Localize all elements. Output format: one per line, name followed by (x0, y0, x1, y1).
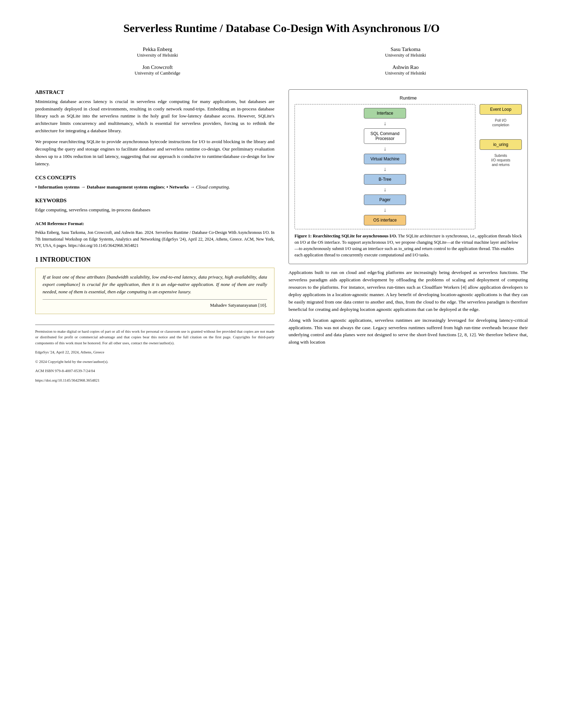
arrow-4: ↓ (384, 187, 386, 192)
footer-copyright: © 2024 Copyright held by the owner/autho… (35, 359, 274, 365)
quote-text: If at least one of these attributes [ban… (43, 274, 267, 296)
introduction-section: 1 INTRODUCTION If at least one of these … (35, 256, 274, 314)
pager-box: Pager (364, 194, 406, 205)
right-inner: Event Loop Poll I/Ocompletion io_uring S… (480, 104, 522, 167)
footer-conf: EdgeSys '24, April 22, 2024, Athens, Gre… (35, 349, 274, 355)
author-2: Sasu Tarkoma University of Helsinki (283, 46, 528, 58)
sql-command-box: SQL CommandProcessor (364, 128, 406, 144)
author-2-name: Sasu Tarkoma (283, 46, 528, 52)
poll-label: Poll I/Ocompletion (492, 118, 509, 127)
author-3-affil: University of Cambridge (35, 70, 280, 76)
arrow-5: ↓ (384, 207, 386, 213)
left-column: ABSTRACT Minimizing database access late… (35, 89, 274, 387)
fig-caption-bold: Figure 1: Rearchitecting SQLite for asyn… (295, 234, 397, 238)
poll-label-container: Poll I/Ocompletion (492, 118, 509, 127)
figure-1-box: Runtime Interface ↓ SQL CommandProcessor (289, 89, 528, 264)
figure-left-stack: Interface ↓ SQL CommandProcessor ↓ Virtu… (295, 104, 475, 229)
paper-title: Serverless Runtime / Database Co-Design … (35, 21, 528, 36)
right-column: Runtime Interface ↓ SQL CommandProcessor (289, 89, 528, 387)
quote-box: If at least one of these attributes [ban… (35, 268, 274, 314)
footer-isbn: ACM ISBN 979-8-4007-0539-7/24/04 (35, 368, 274, 374)
os-interface-box: OS interface (364, 215, 406, 225)
interface-box: Interface (364, 108, 406, 119)
submit-label-container: SubmitsI/O requestsand returns (491, 153, 510, 167)
author-1-affil: University of Helsinki (35, 52, 280, 58)
arrow-3: ↓ (384, 166, 386, 172)
runtime-label: Runtime (295, 95, 522, 101)
keywords-title: KEYWORDS (35, 198, 274, 204)
quote-author: Mahadev Satyanarayanan [10]. (43, 302, 267, 308)
figure-right-stack: Event Loop Poll I/Ocompletion io_uring S… (480, 104, 522, 229)
abstract-para-2: We propose rearchitecting SQLite to prov… (35, 138, 274, 168)
page: Serverless Runtime / Database Co-Design … (0, 0, 563, 408)
author-3: Jon Crowcroft University of Cambridge (35, 64, 280, 76)
ccs-text: • Information systems → Database managem… (35, 184, 274, 191)
event-loop-box: Event Loop (480, 104, 522, 115)
arrow-1: ↓ (384, 121, 386, 126)
author-1-name: Pekka Enberg (35, 46, 280, 52)
io-uring-container: io_uring (480, 139, 522, 150)
keywords-text: Edge computing, serverless computing, in… (35, 206, 274, 214)
footer-doi: https://doi.org/10.1145/3642968.3654821 (35, 377, 274, 383)
intro-para-1: Applications built to run on cloud and e… (289, 269, 528, 313)
sql-command-label: SQL CommandProcessor (368, 131, 401, 141)
intro-para-2: Along with location agnostic application… (289, 317, 528, 346)
virtual-machine-box: Virtual Machine (364, 154, 406, 164)
author-4-name: Ashwin Rao (283, 64, 528, 70)
acm-ref-title: ACM Reference Format: (35, 221, 274, 226)
submits-label: SubmitsI/O requestsand returns (491, 153, 510, 167)
ccs-title: CCS CONCEPTS (35, 175, 274, 181)
figure-caption: Figure 1: Rearchitecting SQLite for asyn… (295, 233, 522, 258)
btree-box: B-Tree (364, 174, 406, 185)
figure-inner: Interface ↓ SQL CommandProcessor ↓ Virtu… (295, 104, 522, 229)
intro-title: 1 INTRODUCTION (35, 256, 274, 263)
footer-permission: Permission to make digital or hard copie… (35, 328, 274, 346)
footer: Permission to make digital or hard copie… (35, 325, 274, 383)
arrow-2: ↓ (384, 146, 386, 152)
abstract-title: ABSTRACT (35, 89, 274, 95)
author-4-affil: University of Helsinki (283, 70, 528, 76)
io-uring-box: io_uring (480, 139, 522, 150)
author-2-affil: University of Helsinki (283, 52, 528, 58)
main-content: ABSTRACT Minimizing database access late… (35, 89, 528, 387)
fig-row-1: Interface (298, 108, 472, 119)
author-3-name: Jon Crowcroft (35, 64, 280, 70)
acm-ref-text: Pekka Enberg, Sasu Tarkoma, Jon Crowcrof… (35, 229, 274, 249)
author-1: Pekka Enberg University of Helsinki (35, 46, 280, 58)
authors-grid: Pekka Enberg University of Helsinki Sasu… (35, 46, 528, 79)
author-4: Ashwin Rao University of Helsinki (283, 64, 528, 76)
abstract-para-1: Minimizing database access latency is cr… (35, 98, 274, 135)
quote-divider (43, 299, 267, 300)
